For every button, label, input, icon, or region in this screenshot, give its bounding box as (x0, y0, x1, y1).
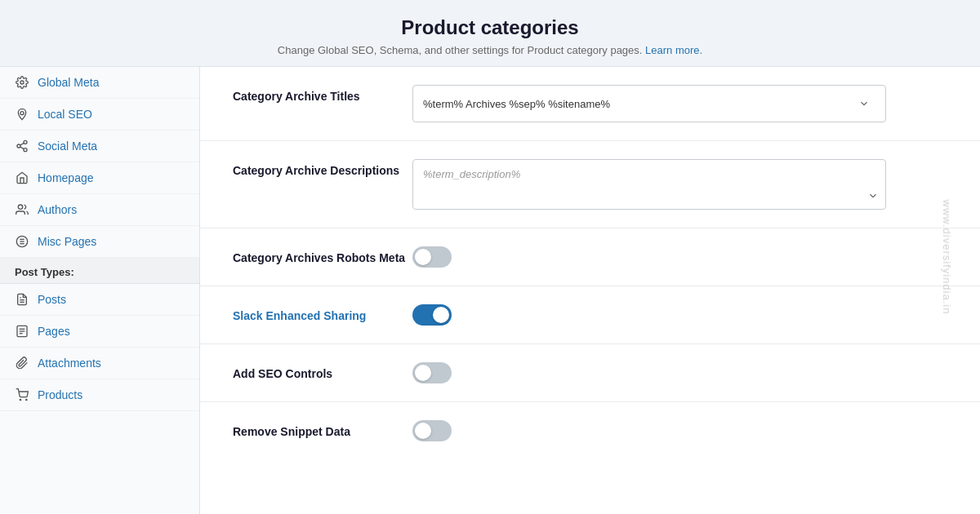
sidebar-item-posts[interactable]: Posts (0, 284, 199, 316)
setting-control: %term% Archives %sep% %sitename% (412, 85, 947, 122)
svg-point-7 (18, 205, 22, 209)
svg-point-4 (24, 148, 27, 152)
setting-label: Category Archive Descriptions (233, 159, 412, 177)
setting-row-slack-sharing: Slack Enhanced Sharing (200, 286, 980, 344)
share-icon (15, 139, 29, 153)
sidebar-item-homepage[interactable]: Homepage (0, 162, 199, 194)
cart-icon (15, 388, 29, 402)
textarea-value: %term_description% (413, 160, 885, 209)
setting-label: Category Archives Robots Meta (233, 246, 412, 264)
sidebar-item-label: Global Meta (38, 76, 99, 89)
toggle-thumb (415, 365, 431, 381)
page-icon (15, 324, 29, 339)
sidebar-item-social-meta[interactable]: Social Meta (0, 131, 199, 162)
setting-control (412, 246, 947, 268)
circle-lines-icon (15, 234, 29, 249)
sidebar-item-label: Attachments (38, 357, 101, 370)
setting-row-snippet-data: Remove Snippet Data (200, 402, 980, 459)
sidebar-item-label: Authors (38, 203, 77, 216)
main-layout: Global Meta Local SEO Social Meta (0, 67, 980, 514)
setting-label: Add SEO Controls (233, 362, 412, 380)
slack-sharing-toggle[interactable] (412, 304, 452, 326)
sidebar-item-misc-pages[interactable]: Misc Pages (0, 226, 199, 258)
toggle-track (412, 304, 452, 326)
sidebar-item-label: Social Meta (38, 140, 97, 153)
chevron-down-icon (867, 190, 879, 204)
sidebar-item-label: Homepage (38, 171, 94, 184)
learn-more-link[interactable]: Learn more. (645, 44, 702, 56)
setting-label: Category Archive Titles (233, 85, 412, 103)
seo-controls-toggle[interactable] (412, 362, 452, 383)
sidebar-item-global-meta[interactable]: Global Meta (0, 67, 199, 99)
svg-point-0 (20, 81, 24, 84)
location-icon (15, 107, 29, 122)
doc-icon (15, 292, 29, 307)
robots-meta-toggle[interactable] (412, 246, 452, 268)
sidebar: Global Meta Local SEO Social Meta (0, 67, 200, 514)
svg-line-6 (20, 143, 24, 145)
dropdown-value: %term% Archives %sep% %sitename% (423, 98, 610, 110)
gear-icon (15, 75, 29, 90)
page-header: Product categories Change Global SEO, Sc… (0, 0, 980, 67)
toggle-thumb (415, 249, 431, 265)
users-icon (15, 202, 29, 217)
category-archive-titles-dropdown[interactable]: %term% Archives %sep% %sitename% (412, 85, 886, 122)
sidebar-item-authors[interactable]: Authors (0, 194, 199, 226)
sidebar-item-label: Products (38, 388, 82, 401)
svg-point-2 (24, 140, 27, 144)
svg-point-19 (26, 399, 27, 400)
sidebar-item-label: Misc Pages (38, 235, 96, 248)
home-icon (15, 171, 29, 185)
toggle-thumb (415, 423, 431, 439)
sidebar-item-label: Posts (38, 293, 66, 306)
content-area: Category Archive Titles %term% Archives … (200, 67, 980, 514)
setting-control (412, 420, 947, 441)
svg-point-3 (17, 144, 20, 148)
sidebar-item-pages[interactable]: Pages (0, 316, 199, 348)
setting-label: Slack Enhanced Sharing (233, 304, 412, 322)
chevron-down-icon (853, 92, 875, 115)
sidebar-item-attachments[interactable]: Attachments (0, 348, 199, 379)
settings-table: Category Archive Titles %term% Archives … (200, 67, 980, 459)
setting-label: Remove Snippet Data (233, 420, 412, 438)
sidebar-item-local-seo[interactable]: Local SEO (0, 99, 199, 131)
svg-line-5 (20, 147, 24, 149)
page-title: Product categories (0, 16, 980, 39)
category-archive-descriptions-dropdown[interactable]: %term_description% (412, 159, 886, 210)
setting-control: %term_description% (412, 159, 947, 210)
svg-point-1 (20, 112, 24, 115)
setting-control (412, 304, 947, 326)
setting-row-category-archive-titles: Category Archive Titles %term% Archives … (200, 67, 980, 141)
sidebar-item-products[interactable]: Products (0, 379, 199, 411)
post-types-label: Post Types: (0, 258, 199, 284)
setting-row-robots-meta: Category Archives Robots Meta (200, 228, 980, 286)
toggle-track (412, 362, 452, 383)
setting-row-seo-controls: Add SEO Controls (200, 344, 980, 402)
setting-control (412, 362, 947, 383)
toggle-thumb (433, 307, 449, 323)
sidebar-item-label: Local SEO (38, 108, 92, 121)
snippet-data-toggle[interactable] (412, 420, 452, 441)
attachment-icon (15, 356, 29, 370)
toggle-track (412, 246, 452, 268)
svg-point-18 (20, 399, 20, 400)
setting-row-category-archive-descriptions: Category Archive Descriptions %term_desc… (200, 141, 980, 228)
toggle-track (412, 420, 452, 441)
sidebar-item-label: Pages (38, 325, 70, 338)
page-description: Change Global SEO, Schema, and other set… (0, 44, 980, 56)
